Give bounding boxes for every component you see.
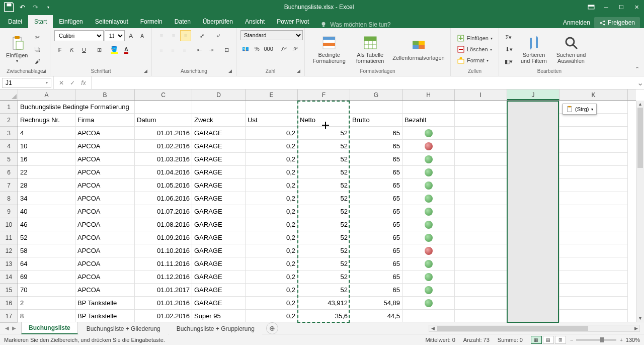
cell[interactable]: 65 <box>350 153 403 166</box>
page-break-view-icon[interactable]: ⊞ <box>555 336 566 344</box>
cell[interactable] <box>455 114 507 127</box>
scroll-thumb[interactable] <box>637 108 643 168</box>
cell[interactable]: 0,2 <box>246 257 298 270</box>
underline-button[interactable]: U <box>78 44 90 55</box>
cell[interactable]: 65 <box>350 205 403 218</box>
align-left-icon[interactable]: ≡ <box>156 44 167 55</box>
tab-powerpivot[interactable]: Power Pivot <box>271 15 315 28</box>
italic-button[interactable]: K <box>66 44 77 55</box>
row-header-7[interactable]: 7 <box>0 179 18 192</box>
horizontal-scrollbar[interactable]: ◀ ▶ <box>429 325 640 332</box>
page-layout-view-icon[interactable]: ▤ <box>543 336 554 344</box>
cell[interactable]: 65 <box>350 270 403 284</box>
cell[interactable]: GARAGE <box>192 297 246 310</box>
col-header-I[interactable]: I <box>455 89 507 100</box>
cell[interactable] <box>455 257 507 270</box>
cell[interactable]: 52 <box>298 231 350 244</box>
col-header-F[interactable]: F <box>298 89 350 100</box>
tab-start[interactable]: Start <box>28 15 53 28</box>
cell[interactable] <box>455 166 507 179</box>
cell[interactable]: 65 <box>350 166 403 179</box>
cell[interactable]: 0,2 <box>246 310 298 322</box>
cell[interactable] <box>559 114 628 127</box>
cell[interactable] <box>507 101 559 114</box>
borders-icon[interactable]: ⊞ <box>94 44 105 55</box>
cell[interactable] <box>455 284 507 297</box>
cell[interactable]: GARAGE <box>192 270 246 284</box>
tab-pagelayout[interactable]: Seitenlayout <box>89 15 134 28</box>
cell[interactable]: Firma <box>75 114 135 127</box>
cell[interactable]: 65 <box>350 179 403 192</box>
cell[interactable]: APCOA <box>75 127 135 140</box>
tab-view[interactable]: Ansicht <box>239 15 271 28</box>
cell[interactable] <box>75 101 135 114</box>
cell[interactable] <box>403 270 455 284</box>
cell[interactable]: 01.08.2016 <box>135 218 192 231</box>
cell[interactable] <box>403 310 455 322</box>
cell[interactable]: 0,2 <box>246 231 298 244</box>
cell[interactable]: 0 <box>507 140 559 153</box>
cell[interactable] <box>403 284 455 297</box>
cell[interactable]: 16 <box>18 153 75 166</box>
cell[interactable] <box>403 218 455 231</box>
cell[interactable]: 0 <box>507 284 559 297</box>
scroll-right-icon[interactable]: ▶ <box>632 325 639 331</box>
cell[interactable]: 01.11.2016 <box>135 257 192 270</box>
row-header-13[interactable]: 13 <box>0 257 18 270</box>
cell[interactable] <box>246 101 298 114</box>
row-header-9[interactable]: 9 <box>0 205 18 218</box>
accounting-icon[interactable]: 💶 <box>240 43 251 54</box>
cell[interactable] <box>455 297 507 310</box>
col-header-G[interactable]: G <box>350 89 403 100</box>
col-header-E[interactable]: E <box>246 89 298 100</box>
cell[interactable]: 0 <box>507 270 559 284</box>
cell[interactable] <box>559 310 628 322</box>
cell[interactable]: 35,6 <box>298 310 350 322</box>
cell[interactable]: Brutto <box>350 114 403 127</box>
row-header-6[interactable]: 6 <box>0 166 18 179</box>
sheet-tab-1[interactable]: Buchungsliste + Gliederung <box>79 323 168 334</box>
enter-formula-icon[interactable]: ✓ <box>68 79 77 86</box>
col-header-B[interactable]: B <box>75 89 135 100</box>
new-sheet-button[interactable]: ⊕ <box>266 322 278 334</box>
cell[interactable]: 28 <box>18 179 75 192</box>
dialog-launch-icon[interactable]: ◢ <box>42 68 48 74</box>
cell[interactable]: GARAGE <box>192 153 246 166</box>
cell[interactable]: 65 <box>350 218 403 231</box>
cell[interactable]: Buchungsliste Bedingte Formatierung <box>18 101 75 114</box>
cell[interactable]: 54,89 <box>350 297 403 310</box>
cell[interactable] <box>403 140 455 153</box>
cell[interactable]: Rechnugs Nr. <box>18 114 75 127</box>
cell[interactable] <box>455 218 507 231</box>
cell[interactable]: APCOA <box>75 153 135 166</box>
align-bottom-icon[interactable]: ≡ <box>180 30 191 41</box>
cell[interactable]: 65 <box>350 127 403 140</box>
sheet-tab-active[interactable]: Buchungsliste <box>21 322 78 334</box>
cell[interactable]: 52 <box>298 153 350 166</box>
dialog-launch-icon[interactable]: ◢ <box>144 68 150 74</box>
orientation-icon[interactable]: ⤢ <box>196 30 207 41</box>
cell[interactable]: 0 <box>507 153 559 166</box>
ribbon-display-icon[interactable] <box>584 0 599 14</box>
cell[interactable]: 52 <box>298 270 350 284</box>
cell[interactable] <box>403 153 455 166</box>
collapse-ribbon-icon[interactable]: ⌃ <box>633 65 641 73</box>
cell[interactable]: 0,2 <box>246 166 298 179</box>
cell[interactable]: 52 <box>298 244 350 257</box>
cell[interactable]: 0,2 <box>246 218 298 231</box>
cell[interactable] <box>403 244 455 257</box>
cell[interactable]: 52 <box>298 218 350 231</box>
cell[interactable] <box>559 127 628 140</box>
cell[interactable]: 65 <box>350 244 403 257</box>
maximize-icon[interactable]: ☐ <box>614 0 629 14</box>
cell[interactable]: 01.04.2016 <box>135 166 192 179</box>
cell[interactable]: 0 <box>507 231 559 244</box>
autosum-icon[interactable]: Σ▾ <box>503 32 514 43</box>
percent-icon[interactable]: % <box>252 43 263 54</box>
save-icon[interactable] <box>3 1 15 13</box>
cell[interactable]: GARAGE <box>192 127 246 140</box>
cell[interactable] <box>403 179 455 192</box>
cell[interactable]: APCOA <box>75 257 135 270</box>
cell[interactable] <box>455 310 507 322</box>
cell[interactable] <box>298 101 350 114</box>
